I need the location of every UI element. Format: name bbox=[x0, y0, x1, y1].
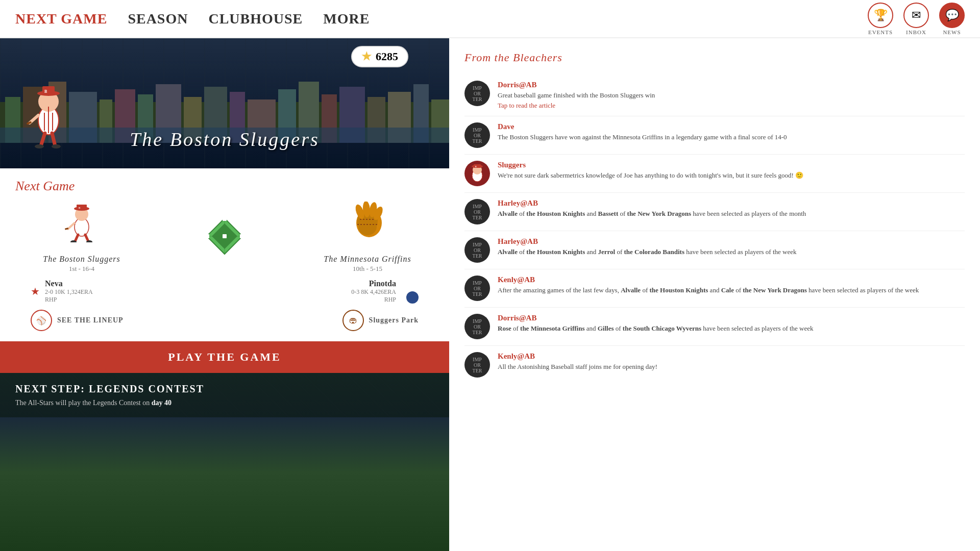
events-icon: 🏆 bbox=[868, 3, 893, 28]
bleacher-text: Harley@ABAlvalle of the Houston Knights … bbox=[498, 199, 965, 224]
lineup-circle-icon: ⚾ bbox=[31, 310, 52, 331]
next-game-title: Next Game bbox=[15, 179, 434, 194]
park-label: Sluggers Park bbox=[369, 316, 419, 324]
field-diamond bbox=[204, 216, 245, 259]
bleacher-item: IMPORTERKenly@ABAfter the amazing games … bbox=[464, 269, 965, 308]
bleacher-text: Dorris@ABGreat baseball game finished wi… bbox=[498, 81, 965, 110]
away-team-mascot bbox=[350, 202, 385, 251]
svg-text:B: B bbox=[44, 89, 47, 94]
teams-row: B The Boston Sluggers 1st - 16-4 bbox=[15, 202, 434, 273]
bleachers-list: IMPORTERDorris@ABGreat baseball game fin… bbox=[464, 74, 965, 384]
bleacher-message: All the Astonishing Baseball staff joins… bbox=[498, 362, 965, 371]
bleacher-username: Kenly@AB bbox=[498, 352, 965, 361]
away-team-record: 10th - 5-15 bbox=[353, 265, 382, 273]
avatar: IMPORTER bbox=[464, 276, 490, 301]
nav-next-game[interactable]: NEXT GAME bbox=[15, 11, 107, 27]
nav-more[interactable]: MORE bbox=[323, 11, 370, 27]
svg-text:B: B bbox=[475, 165, 477, 168]
avatar: IMPORTER bbox=[464, 122, 490, 148]
bleacher-message: Alvalle of the Houston Knights and Jerro… bbox=[498, 247, 965, 257]
bleacher-text: SluggersWe're not sure dark sabermetrics… bbox=[498, 161, 965, 186]
star-icon: ★ bbox=[361, 50, 372, 63]
left-panel: B The Boston Sluggers bbox=[0, 38, 449, 551]
park-button[interactable]: 🏟 Sluggers Park bbox=[342, 310, 419, 331]
bleacher-item: IMPORTERHarley@ABAlvalle of the Houston … bbox=[464, 231, 965, 269]
svg-line-41 bbox=[68, 223, 75, 229]
bleacher-text: Harley@ABAlvalle of the Houston Knights … bbox=[498, 237, 965, 263]
svg-rect-53 bbox=[205, 234, 209, 238]
bleacher-item: BSluggersWe're not sure dark sabermetric… bbox=[464, 155, 965, 193]
away-pitcher-stats: 0-3 8K 4,426ERA bbox=[351, 288, 396, 296]
bleacher-message: The Boston Sluggers have won against the… bbox=[498, 133, 965, 142]
home-team-mascot: B bbox=[64, 202, 100, 251]
main-layout: B The Boston Sluggers bbox=[0, 38, 980, 551]
bleacher-text: Dorris@ABRose of the Minnesota Griffins … bbox=[498, 314, 965, 339]
bleacher-message: Rose of the Minnesota Griffins and Gille… bbox=[498, 324, 965, 333]
avatar: IMPORTER bbox=[464, 352, 490, 378]
home-pitcher-col: ★ Neva 2-0 10K 1,324ERA RHP bbox=[31, 279, 93, 304]
bleachers-title: From the Bleachers bbox=[464, 51, 965, 64]
news-icon: 💬 bbox=[939, 3, 965, 28]
next-step-description: The All-Stars will play the Legends Cont… bbox=[15, 399, 434, 407]
avatar: IMPORTER bbox=[464, 199, 490, 224]
lineup-label: SEE THE LINEUP bbox=[57, 316, 124, 324]
nav-season[interactable]: SEASON bbox=[128, 11, 188, 27]
away-pitcher-pos: RHP bbox=[351, 296, 396, 304]
stadium-background bbox=[0, 417, 449, 551]
home-pitcher-star-icon: ★ bbox=[31, 285, 40, 297]
home-pitcher-info: Neva 2-0 10K 1,324ERA RHP bbox=[45, 279, 93, 304]
tap-to-read-link[interactable]: Tap to read the article bbox=[498, 102, 965, 110]
bottom-buttons: ⚾ SEE THE LINEUP 🏟 Sluggers Park bbox=[15, 310, 434, 331]
bleacher-text: DaveThe Boston Sluggers have won against… bbox=[498, 122, 965, 148]
nav-clubhouse[interactable]: CLUBHOUSE bbox=[208, 11, 303, 27]
bleacher-message: Great baseball game finished with the Bo… bbox=[498, 91, 965, 100]
svg-rect-51 bbox=[223, 234, 227, 238]
bleacher-username: Dorris@AB bbox=[498, 81, 965, 89]
bleacher-username: Dave bbox=[498, 122, 965, 131]
hero-banner: B The Boston Sluggers bbox=[0, 38, 449, 168]
bleacher-username: Harley@AB bbox=[498, 199, 965, 208]
bleacher-username: Sluggers bbox=[498, 161, 965, 169]
pitchers-row: ★ Neva 2-0 10K 1,324ERA RHP Pinotda 0-3 … bbox=[15, 279, 434, 304]
bleacher-text: Kenly@ABAfter the amazing games of the l… bbox=[498, 276, 965, 301]
nav-icons: 🏆 EVENTS ✉ INBOX 💬 NEWS bbox=[868, 3, 965, 35]
bleacher-username: Dorris@AB bbox=[498, 314, 965, 322]
bleacher-message: We're not sure dark sabermetrics knowled… bbox=[498, 171, 965, 180]
away-pitcher-indicator bbox=[406, 291, 419, 304]
next-game-box: Next Game B bbox=[0, 168, 449, 341]
home-pitcher-name: Neva bbox=[45, 279, 93, 288]
away-team-col: The Minnesota Griffins 10th - 5-15 bbox=[311, 202, 424, 273]
svg-line-44 bbox=[85, 235, 88, 241]
bleacher-item: IMPORTERKenly@ABAll the Astonishing Base… bbox=[464, 346, 965, 384]
star-points-value: 6285 bbox=[376, 50, 398, 63]
bleacher-message: Alvalle of the Houston Knights and Basse… bbox=[498, 209, 965, 218]
bleacher-username: Harley@AB bbox=[498, 237, 965, 246]
news-button[interactable]: 💬 NEWS bbox=[939, 3, 965, 35]
home-pitcher-stats: 2-0 10K 1,324ERA bbox=[45, 288, 93, 296]
star-points-badge: ★ 6285 bbox=[351, 46, 408, 67]
nav-links: NEXT GAME SEASON CLUBHOUSE MORE bbox=[15, 11, 370, 27]
avatar: B bbox=[464, 161, 490, 186]
away-pitcher-col: Pinotda 0-3 8K 4,426ERA RHP bbox=[351, 279, 419, 304]
bleacher-item: IMPORTERDaveThe Boston Sluggers have won… bbox=[464, 116, 965, 155]
avatar: IMPORTER bbox=[464, 81, 490, 106]
bleacher-username: Kenly@AB bbox=[498, 276, 965, 284]
inbox-icon: ✉ bbox=[903, 3, 929, 28]
bleacher-item: IMPORTERDorris@ABRose of the Minnesota G… bbox=[464, 308, 965, 346]
away-pitcher-name: Pinotda bbox=[351, 279, 396, 288]
home-pitcher-pos: RHP bbox=[45, 296, 93, 304]
play-game-button[interactable]: PLAY THE GAME bbox=[0, 341, 449, 373]
events-button[interactable]: 🏆 EVENTS bbox=[868, 3, 893, 35]
inbox-button[interactable]: ✉ INBOX bbox=[903, 3, 929, 35]
home-team-name: The Boston Sluggers bbox=[43, 255, 120, 264]
away-pitcher-info: Pinotda 0-3 8K 4,426ERA RHP bbox=[351, 279, 396, 304]
right-panel: From the Bleachers IMPORTERDorris@ABGrea… bbox=[449, 38, 980, 551]
bleacher-item: IMPORTERHarley@ABAlvalle of the Houston … bbox=[464, 193, 965, 231]
bleacher-message: After the amazing games of the last few … bbox=[498, 286, 965, 295]
hero-team-name: The Boston Sluggers bbox=[0, 128, 449, 151]
bleacher-item: IMPORTERDorris@ABGreat baseball game fin… bbox=[464, 74, 965, 116]
svg-point-61 bbox=[358, 219, 377, 235]
see-lineup-button[interactable]: ⚾ SEE THE LINEUP bbox=[31, 310, 124, 331]
home-team-col: B The Boston Sluggers 1st - 16-4 bbox=[26, 202, 138, 273]
top-navigation: NEXT GAME SEASON CLUBHOUSE MORE 🏆 EVENTS… bbox=[0, 0, 980, 38]
